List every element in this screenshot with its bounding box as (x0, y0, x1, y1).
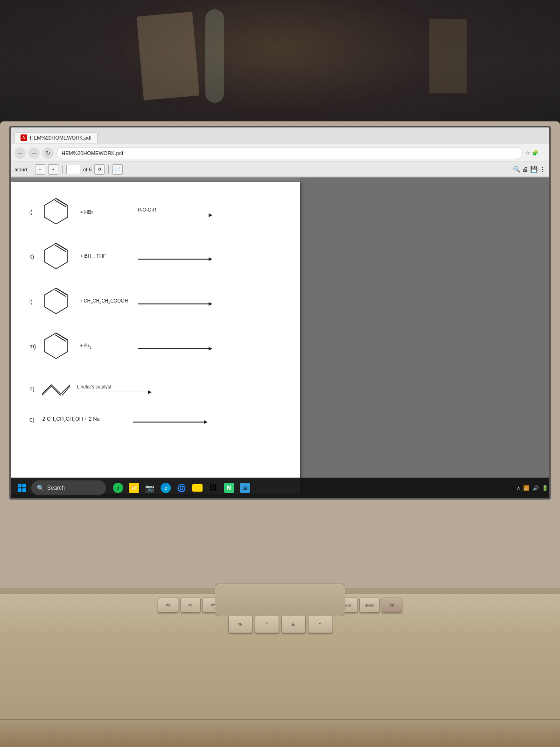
address-bar: ← → ↻ ☆ 🧩 ⋮ (11, 144, 549, 162)
wifi-icon[interactable]: 📶 (523, 485, 530, 491)
volume-icon[interactable]: 🔊 (532, 485, 539, 491)
search-label: Search (47, 485, 65, 491)
bottom-key-row: % ^ & * (0, 613, 560, 635)
zoom-in-button[interactable]: + (48, 164, 58, 175)
search-icon: 🔍 (37, 485, 44, 492)
molecule-k (40, 241, 77, 273)
arrow-l (138, 297, 281, 306)
taskbar-app-1[interactable]: ♪ (111, 480, 126, 495)
taskbar-edge[interactable]: e (158, 480, 173, 495)
key-delete[interactable]: delete (359, 598, 380, 613)
screen: A HEM%20HOMEWORK.pdf ← → ↻ ☆ 🧩 ⋮ aloud −… (9, 126, 551, 500)
arrow-j: R-O-O-R (138, 207, 281, 217)
taskbar-search[interactable]: 🔍 Search (31, 480, 106, 495)
reagent-m: + Br2 (77, 343, 138, 350)
key-ce[interactable]: CE (382, 598, 402, 613)
laptop-base (0, 719, 560, 747)
bookmark-icon: ☆ (525, 150, 530, 156)
key-f6[interactable]: F6 (180, 598, 201, 613)
forward-button[interactable]: → (28, 148, 40, 159)
label-l: l) (29, 298, 40, 305)
taskbar-grid-app[interactable]: ⊞ (238, 480, 252, 495)
pdf-icon: A (21, 134, 27, 141)
pdf-page: j) + HBr R-O-O-R (11, 182, 300, 494)
svg-marker-0 (44, 198, 68, 224)
tab-title: HEM%20HOMEWORK.pdf (30, 135, 91, 141)
start-button[interactable] (14, 480, 29, 495)
molecule-n (40, 375, 77, 402)
tab-bar: A HEM%20HOMEWORK.pdf (11, 127, 549, 144)
reaction-k: k) + BH3, THF (29, 241, 281, 273)
menu-icon: ⋮ (540, 150, 546, 156)
arrow-k (138, 253, 281, 261)
document-button[interactable]: 📄 (112, 164, 123, 175)
taskbar: 🔍 Search ♪ 📁 📷 e 🌀 (11, 478, 551, 498)
taskbar-photos[interactable]: 🖼 (206, 480, 221, 495)
reagent-l: + CH3CH2CH2COOOH (77, 298, 138, 305)
extension-icon: 🧩 (532, 150, 539, 156)
catalyst-j: R-O-O-R (138, 207, 156, 212)
address-input[interactable] (56, 147, 523, 159)
back-button[interactable]: ← (14, 148, 26, 159)
molecule-j (40, 196, 77, 228)
pdf-sidebar (300, 177, 549, 499)
label-j: j) (29, 209, 40, 215)
taskbar-m-app[interactable]: M (222, 480, 237, 495)
arrow-n: Lindlar's catalyst (77, 384, 281, 394)
taskbar-files[interactable] (190, 480, 205, 495)
reaction-m: m) + Br2 (29, 331, 281, 362)
aloud-label: aloud (14, 167, 27, 172)
taskbar-file-explorer[interactable]: 📁 (126, 480, 141, 495)
label-k: k) (29, 254, 40, 260)
key-caret[interactable]: ^ (255, 615, 279, 633)
battery-icon[interactable]: 🔋 (542, 485, 548, 491)
reagent-o: 2 CH3CH2CH2OH + 2 Na (40, 416, 133, 423)
taskbar-copilot[interactable]: 🌀 (174, 480, 189, 495)
windows-logo (18, 484, 26, 492)
key-f3[interactable]: F3 (158, 598, 178, 613)
label-n: n) (29, 386, 40, 392)
rotate-button[interactable]: ↺ (94, 164, 105, 175)
key-star[interactable]: * (308, 615, 332, 633)
svg-marker-3 (44, 243, 68, 269)
label-o: o) (29, 416, 40, 423)
molecule-m (40, 331, 77, 362)
taskbar-icons: ♪ 📁 📷 e 🌀 🖼 (111, 480, 252, 495)
arrow-o (133, 416, 281, 424)
svg-marker-9 (44, 333, 68, 359)
page-number-input[interactable]: 5 (66, 165, 80, 174)
reagent-k: + BH3, THF (77, 253, 138, 260)
label-m: m) (29, 343, 40, 350)
up-arrow-icon[interactable]: ∧ (517, 485, 520, 491)
reagent-j: + HBr (77, 209, 138, 215)
more-tools-icon[interactable]: ⋮ (539, 166, 546, 173)
molecule-l (40, 286, 77, 317)
taskbar-camera[interactable]: 📷 (142, 480, 157, 495)
refresh-button[interactable]: ↻ (42, 148, 54, 159)
catalyst-n: Lindlar's catalyst (77, 384, 112, 389)
reaction-n: n) Lindlar's catalyst (29, 375, 281, 402)
reaction-o: o) 2 CH3CH2CH2OH + 2 Na (29, 416, 281, 424)
search-pdf-icon[interactable]: 🔍 (513, 166, 520, 173)
zoom-out-button[interactable]: − (35, 164, 45, 175)
key-percent[interactable]: % (228, 615, 252, 633)
taskbar-right: ∧ 📶 🔊 🔋 (517, 485, 548, 491)
reaction-l: l) + CH3CH2CH2COOOH (29, 286, 281, 317)
save-icon[interactable]: 💾 (530, 166, 538, 173)
touchpad[interactable] (215, 584, 345, 616)
arrow-m (138, 342, 281, 351)
pdf-toolbar: aloud − + 5 of 6 ↺ 📄 🔍 🖨 💾 ⋮ (11, 162, 549, 177)
pdf-tab[interactable]: A HEM%20HOMEWORK.pdf (14, 132, 98, 143)
key-ampersand[interactable]: & (281, 615, 306, 633)
reaction-j: j) + HBr R-O-O-R (29, 196, 281, 228)
pdf-container: j) + HBr R-O-O-R (11, 177, 549, 499)
browser-chrome: A HEM%20HOMEWORK.pdf ← → ↻ ☆ 🧩 ⋮ aloud −… (11, 127, 549, 177)
svg-marker-6 (44, 288, 68, 314)
page-total-label: of 6 (83, 167, 91, 172)
print-icon[interactable]: 🖨 (522, 166, 528, 173)
